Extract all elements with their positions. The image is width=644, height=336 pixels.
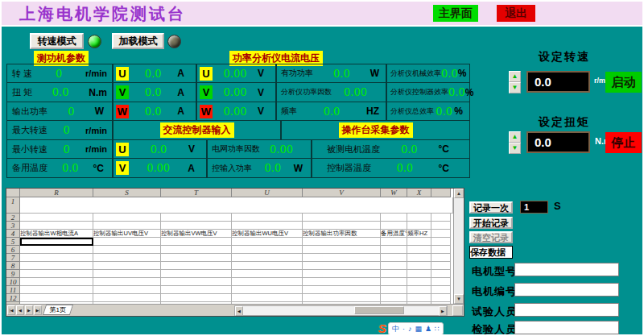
grid-cell-R10[interactable] [20,278,93,286]
grid-cell-T4[interactable]: 控制器输出VW电压V [161,230,232,238]
sheet-tab[interactable]: 第1页 [43,305,73,315]
scroll-down-icon[interactable]: ▼ [454,294,464,304]
keyboard-icon[interactable]: ▦ [415,323,423,334]
grid-cell-T11[interactable] [161,286,232,294]
spin-up-icon[interactable]: ▲ [509,131,521,143]
grid-corner[interactable] [6,189,20,197]
row-header-11[interactable]: 11 [6,286,20,294]
row-header-3[interactable]: 3 [6,222,20,230]
record-interval-field[interactable]: 1 [520,201,548,214]
grid-cell[interactable] [20,197,453,214]
grid-cell-T10[interactable] [161,278,232,286]
clear-record-button[interactable]: 清空记录 [469,231,513,243]
speed-spinner[interactable]: ▲ ▼ [509,71,521,93]
column-header-X[interactable]: X [407,189,431,197]
punctuation-icon[interactable]: · [402,323,405,334]
grid-cell-R8[interactable] [20,262,93,270]
spin-down-icon[interactable]: ▼ [509,82,521,93]
grid-cell-X8[interactable] [407,262,431,270]
grid-cell-X4[interactable]: 频率HZ [407,230,431,238]
next-sheet-button[interactable]: ▶ [25,305,33,315]
grid-cell-X5[interactable] [407,238,431,246]
set-torque-display[interactable]: 0.0 [526,131,590,153]
grid-cell-V7[interactable] [303,254,381,262]
grid-cell-T9[interactable] [161,270,232,278]
spin-down-icon[interactable]: ▼ [509,143,521,154]
grid-cell-R12[interactable] [20,294,93,302]
save-data-button[interactable]: 保存数据 [469,246,513,259]
grid-cell-X7[interactable] [407,254,431,262]
grid-cell-X9[interactable] [407,270,431,278]
grid-cell-V9[interactable] [303,270,381,278]
skin-icon[interactable]: ♟ [425,323,431,334]
set-speed-display[interactable]: 0.0 [526,71,590,93]
ime-icon-bar[interactable]: 中·♪▦♟∷ [388,322,444,335]
grid-cell-T6[interactable] [161,246,232,254]
grid-cell-R7[interactable] [20,254,93,262]
grid-cell-S8[interactable] [93,262,161,270]
grid-cell-S4[interactable]: 控制器输出UV电压V [93,230,161,238]
horizontal-scrollbar[interactable] [234,305,448,316]
grid-cell-S6[interactable] [93,246,161,254]
grid-cell-S3[interactable] [93,222,161,230]
toolbox-icon[interactable]: ∷ [435,323,440,334]
chinese-mode-icon[interactable]: 中 [392,323,399,334]
first-sheet-button[interactable]: |◀ [7,305,15,315]
grid-cell-W7[interactable] [381,254,407,262]
grid-cell-T7[interactable] [161,254,232,262]
row-header-1[interactable]: 1 [6,197,20,214]
grid-cell-X11[interactable] [407,286,431,294]
grid-cell-R2[interactable] [20,214,93,222]
grid-cell-V5[interactable] [303,238,381,246]
vertical-scrollbar[interactable]: ▲ ▼ [453,189,464,305]
grid-cell-S2[interactable] [93,214,161,222]
grid-cell-W2[interactable] [381,214,407,222]
grid-cell-U7[interactable] [232,254,303,262]
scroll-left-icon[interactable]: ◀ [235,306,243,316]
column-header-U[interactable]: U [232,189,303,197]
motor-model-input[interactable] [514,263,619,276]
grid-cell-U6[interactable] [232,246,303,254]
spin-up-icon[interactable]: ▲ [509,71,521,82]
column-header-T[interactable]: T [161,189,232,197]
grid-cell-T5[interactable] [161,238,232,246]
main-screen-button[interactable]: 主界面 [433,5,478,22]
row-header-7[interactable]: 7 [6,254,20,262]
grid-cell-V8[interactable] [303,262,381,270]
scroll-right-icon[interactable]: ▶ [439,306,447,316]
grid-cell-U10[interactable] [232,278,303,286]
grid-cell-T8[interactable] [161,262,232,270]
horizontal-scroll-thumb[interactable] [354,306,404,314]
row-header-10[interactable]: 10 [6,278,20,286]
grid-cell-U2[interactable] [232,214,303,222]
grid-cell-U11[interactable] [232,286,303,294]
grid-cell-S11[interactable] [93,286,161,294]
grid-cell-X2[interactable] [407,214,431,222]
stop-button[interactable]: 停止 [605,132,642,153]
grid-cell-S12[interactable] [93,294,161,302]
inspector-input[interactable] [514,321,619,334]
exit-button[interactable]: 退出 [497,5,535,22]
grid-cell-V4[interactable]: 控制器输出功率因数 [303,230,381,238]
grid-cell-W4[interactable]: 备用温度°C [381,230,407,238]
start-button[interactable]: 启动 [605,72,642,93]
grid-cell-S9[interactable] [93,270,161,278]
grid-cell-S10[interactable] [93,278,161,286]
grid-cell-W3[interactable] [381,222,407,230]
grid-cell-X12[interactable] [407,294,431,302]
start-record-button[interactable]: 开始记录 [469,217,513,229]
grid-cell-U4[interactable]: 控制器输出WU电压V [232,230,303,238]
grid-cell-W6[interactable] [381,246,407,254]
grid-cell-R3[interactable] [20,222,93,230]
grid-cell-V10[interactable] [303,278,381,286]
grid-cell-W10[interactable] [381,278,407,286]
row-header-6[interactable]: 6 [6,246,20,254]
last-sheet-button[interactable]: ▶| [34,305,42,315]
tester-input[interactable] [514,303,619,317]
row-header-9[interactable]: 9 [6,270,20,278]
row-header-5[interactable]: 5 [6,238,20,246]
grid-cell-W12[interactable] [381,294,407,302]
prev-sheet-button[interactable]: ◀ [16,305,24,315]
column-header-R[interactable]: R [20,189,93,197]
scroll-up-icon[interactable]: ▲ [454,189,464,198]
